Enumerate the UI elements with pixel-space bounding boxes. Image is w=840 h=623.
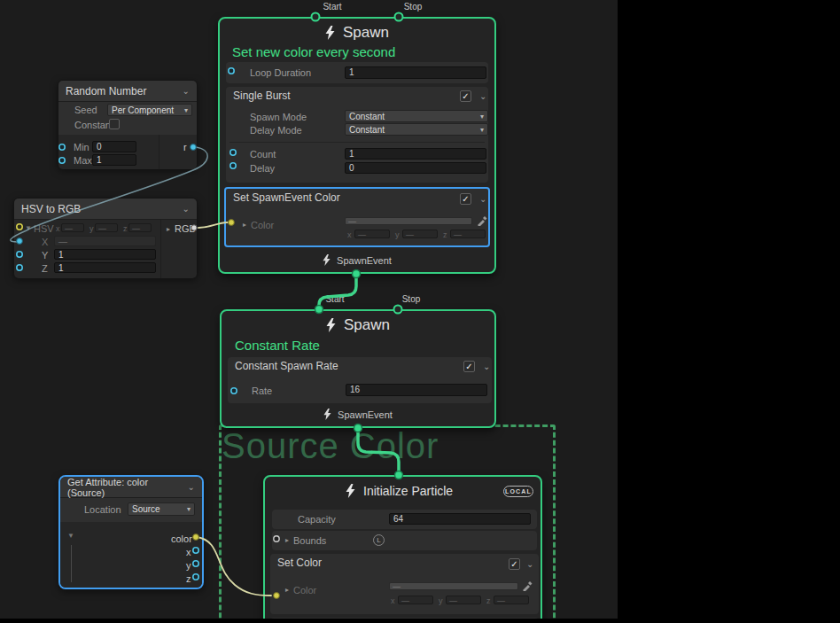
block-loop-duration[interactable]: Loop Duration 1 [226,62,488,83]
single-burst-enabled-checkbox[interactable]: ✓ [460,90,471,102]
z-input-label: Z [42,263,48,274]
expand-triangle-right-icon[interactable]: ▸ [243,222,246,229]
x-component-label: x [56,224,60,233]
collapse-chevron-icon[interactable]: ⌄ [188,482,195,492]
expand-triangle-down-icon[interactable]: ▼ [67,533,74,540]
block-bounds[interactable]: ▸ Bounds L [272,531,537,550]
checkmark-icon: ✓ [462,91,469,101]
y-component-field[interactable]: — [446,596,481,604]
set-color-collapse-chevron-icon[interactable]: ⌄ [526,559,533,569]
delay-mode-dropdown[interactable]: Constant ▾ [345,123,488,136]
single-burst-collapse-chevron-icon[interactable]: ⌄ [479,91,486,101]
get-attribute-header[interactable]: Get Attribute: color (Source) ⌄ [60,477,202,498]
x-component-field[interactable]: — [354,230,390,238]
y-output-label: y [186,560,191,571]
seed-label: Seed [74,105,97,115]
x-component-field[interactable]: — [61,223,84,232]
dropdown-arrow-icon: ▾ [184,106,188,114]
loop-duration-label: Loop Duration [250,67,311,78]
checkmark-icon: ✓ [462,194,469,204]
eyedropper-icon[interactable] [477,215,487,226]
get-attribute-node[interactable]: Get Attribute: color (Source) ⌄ Location… [58,475,204,589]
min-field[interactable]: 0 [92,141,136,152]
collapse-chevron-icon[interactable]: ⌄ [183,204,190,214]
block-set-color[interactable]: Set Color ✓ ⌄ ▸ Color — x — y — z — [270,554,539,614]
spawn-mode-value: Constant [349,112,385,121]
delay-field[interactable]: 0 [345,162,486,174]
system-label[interactable]: Set new color every second [232,44,395,59]
capacity-field[interactable]: 64 [389,513,531,525]
hsv-to-rgb-node[interactable]: HSV to RGB ⌄ ▼ HSV x — y — z — X — Y 1 Z… [13,198,198,277]
set-spawnevent-color-collapse-chevron-icon[interactable]: ⌄ [479,194,486,204]
max-field[interactable]: 1 [92,154,136,166]
edge-spawn1-to-spawn2-start[interactable] [319,274,356,309]
expand-triangle-right-icon[interactable]: ▸ [285,587,289,594]
y-component-label: y [89,224,94,233]
capacity-label: Capacity [298,514,336,525]
expand-triangle-down-icon[interactable]: ▼ [25,225,32,232]
rate-field[interactable]: 16 [346,384,487,396]
lightning-icon [323,254,331,266]
set-spawnevent-color-enabled-checkbox[interactable]: ✓ [460,193,471,205]
constant-checkbox[interactable] [109,119,120,129]
vfx-graph-canvas[interactable]: Source Color Start Stop Spawn Set new co… [0,0,618,619]
expand-triangle-right-icon[interactable]: ▸ [285,537,289,544]
z-component-field[interactable]: — [450,230,486,238]
loop-duration-field[interactable]: 1 [345,66,486,79]
hsv-to-rgb-header[interactable]: HSV to RGB ⌄ [14,199,197,220]
expand-guide-line [71,545,72,582]
y-input-label: Y [42,250,48,261]
node-title: HSV to RGB [21,203,81,215]
rate-label: Rate [252,385,272,396]
location-dropdown[interactable]: Source ▾ [128,502,195,516]
z-component-field[interactable]: — [128,223,152,232]
z-input-field[interactable]: 1 [54,262,156,273]
block-set-spawnevent-color[interactable]: Set SpawnEvent Color ✓ ⌄ ▸ Color — x — y… [224,187,490,247]
block-divider [229,142,485,143]
output-triangle-right-icon: ▸ [167,226,170,233]
spawn-event-label: SpawnEvent [337,255,392,266]
block-constant-spawn-rate[interactable]: Constant Spawn Rate ✓ ⌄ Rate 16 [228,357,492,403]
spawn2-title-row[interactable]: Spawn [222,316,494,334]
z-component-field[interactable]: — [494,596,529,604]
location-value: Source [132,504,160,514]
x-component-field[interactable]: — [398,596,433,604]
spawn-context-1[interactable]: Spawn Set new color every second Loop Du… [218,17,496,274]
spawn-context-2[interactable]: Spawn Constant Rate Constant Spawn Rate … [220,309,496,428]
delay-label: Delay [250,163,275,174]
set-color-enabled-checkbox[interactable]: ✓ [509,558,520,570]
spawn-mode-label: Spawn Mode [250,112,307,122]
spawn1-title-row[interactable]: Spawn [220,24,494,42]
group-source-color-title[interactable]: Source Color [222,426,439,466]
random-number-header[interactable]: Random Number ⌄ [58,81,197,102]
get-attribute-settings: Location Source ▾ [60,498,202,523]
spawn1-output-row: SpawnEvent [220,254,494,266]
block-capacity[interactable]: Capacity 64 [272,510,537,529]
constant-spawn-rate-enabled-checkbox[interactable]: ✓ [463,361,475,372]
single-burst-title: Single Burst [233,90,291,102]
color-gradient-field[interactable]: — [345,217,472,225]
system-label[interactable]: Constant Rate [235,338,320,353]
eyedropper-icon[interactable] [522,580,533,591]
x-input-field[interactable]: — [54,236,156,246]
checkmark-icon: ✓ [465,362,472,371]
constant-spawn-rate-collapse-chevron-icon[interactable]: ⌄ [483,362,490,371]
seed-dropdown[interactable]: Per Component ▾ [107,104,192,116]
node-title: Get Attribute: color (Source) [67,477,188,498]
x-component-label: x [347,230,352,239]
z-component-label: z [443,230,447,239]
bounds-link-icon[interactable]: L [373,534,385,546]
y-component-field[interactable]: — [95,223,118,232]
count-field[interactable]: 1 [345,148,486,160]
random-number-node[interactable]: Random Number ⌄ Seed Per Component ▾ Con… [58,80,198,168]
collapse-chevron-icon[interactable]: ⌄ [183,86,190,96]
delay-mode-value: Constant [349,125,385,135]
spawn-mode-dropdown[interactable]: Constant ▾ [345,110,488,122]
block-single-burst[interactable]: Single Burst ✓ ⌄ Spawn Mode Constant ▾ D… [226,87,488,183]
y-input-field[interactable]: 1 [54,249,156,260]
letterbox-bottom [0,619,840,623]
constant-spawn-rate-title: Constant Spawn Rate [235,360,338,372]
y-component-field[interactable]: — [402,230,438,238]
color-gradient-field[interactable]: — [389,582,518,590]
initialize-particle-context[interactable]: Initialize Particle LOCAL Capacity 64 ▸ … [263,475,542,619]
